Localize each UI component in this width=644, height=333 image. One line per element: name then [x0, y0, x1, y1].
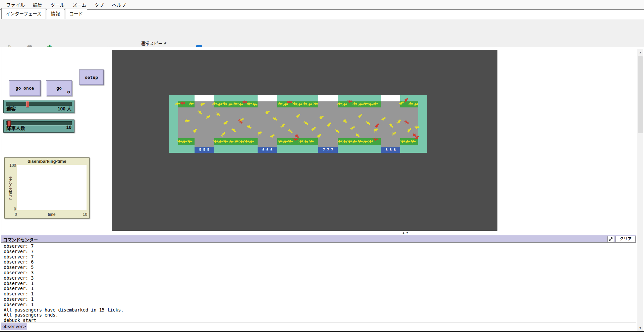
console-line: observer: 7 — [4, 244, 636, 249]
passenger-yellow — [252, 101, 258, 108]
platform-door-number-1: 6 6 6 — [258, 147, 277, 153]
open-door-top-3 — [381, 95, 400, 101]
aisle-bottom-3 — [381, 138, 400, 147]
console-line: debuck start — [4, 318, 636, 323]
window-bottom-border — [0, 331, 644, 332]
platform-door-number-2: 7 7 7 — [318, 147, 338, 153]
passenger-yellow — [312, 101, 318, 107]
scrollbar-thumb[interactable] — [638, 56, 643, 133]
passenger-yellow — [189, 101, 194, 106]
console-line: observer: 3 — [4, 270, 636, 276]
platform-door-number-3: 8 8 8 — [381, 147, 400, 153]
go-once-button[interactable]: go once — [9, 80, 41, 96]
aisle-bottom-2 — [318, 138, 338, 147]
plot-y-max: 100 — [7, 163, 16, 168]
plot-x-max: 10 — [83, 212, 87, 217]
menu-bar: ファイル編集ツールズームタブヘルプ — [0, 0, 644, 9]
scrollbar-up-arrow[interactable]: ▲ — [637, 49, 643, 55]
platform-door-number-0: 5 5 5 — [195, 147, 214, 153]
tab-1[interactable]: 情報 — [47, 8, 64, 19]
console-line: observer: 5 — [4, 265, 636, 270]
console-line: observer: 7 — [4, 249, 636, 254]
aisle-bottom-0 — [195, 138, 214, 147]
console-line: observer: 1 — [4, 286, 636, 291]
console-line: observer: 6 — [4, 259, 636, 265]
plot-y-min: 0 — [7, 207, 16, 211]
plot-title: disembarking-time — [5, 159, 89, 164]
passengers-slider[interactable]: 乗客 100 人 — [3, 100, 74, 113]
plot-x-label: time — [17, 212, 87, 217]
command-center-splitter[interactable]: ▲ ▼ — [402, 231, 409, 234]
forever-loop-icon: ↻ — [67, 89, 70, 95]
go-once-button-label: go once — [16, 86, 34, 91]
command-center-title: コマンドセンター — [3, 236, 38, 243]
vertical-scrollbar[interactable]: ▲ ▼ — [637, 49, 643, 331]
tab-bar: インターフェース情報コード — [0, 10, 644, 19]
command-center: コマンドセンター クリア observer: 7observer: 7obser… — [1, 235, 636, 331]
passengers-slider-value: 100 人 — [58, 105, 71, 112]
observer-prompt-label: observer> — [1, 323, 27, 330]
passenger-yellow — [373, 101, 379, 107]
open-door-top-0 — [195, 95, 214, 101]
open-door-top-2 — [318, 95, 338, 101]
command-input[interactable] — [27, 323, 636, 330]
menu-item-5[interactable]: ヘルプ — [108, 0, 130, 9]
go-button-label: go — [56, 86, 62, 91]
command-center-output: observer: 7observer: 7observer: 7observe… — [1, 243, 636, 323]
tab-0[interactable]: インターフェース — [1, 8, 46, 19]
netlogo-window: ファイル編集ツールズームタブヘルプ インターフェース情報コード ✎ 編集 🗑 削… — [0, 0, 644, 333]
passenger-yellow — [249, 139, 255, 145]
world-view[interactable]: 5 5 56 6 67 7 78 8 8 — [112, 50, 497, 231]
interface-canvas: setup go once go ↻ 乗客 100 人 降車人数 10 dise… — [0, 47, 644, 235]
passenger-red — [180, 100, 185, 106]
console-line: observer: 3 — [4, 276, 636, 281]
alighting-slider-label: 降車人数 — [6, 125, 25, 131]
scrollbar-down-arrow[interactable]: ▼ — [637, 325, 643, 331]
aisle-top-3 — [381, 101, 400, 107]
passenger-yellow — [186, 138, 193, 144]
toolbar: ✎ 編集 🗑 削除 ✚ 追加 abc ボタン ▼ 通常スピード ticks: 0… — [0, 19, 644, 47]
passenger-red — [373, 137, 379, 142]
alighting-count-slider[interactable]: 降車人数 10 — [3, 120, 74, 133]
passenger-yellow — [413, 101, 419, 108]
passenger-yellow — [414, 125, 420, 130]
plot-area — [17, 165, 87, 210]
detach-command-center-button[interactable] — [607, 236, 614, 242]
aisle-top-1 — [258, 101, 277, 107]
menu-item-4[interactable]: タブ — [91, 0, 108, 9]
console-line: observer: 1 — [4, 297, 636, 302]
splitter-down-icon: ▼ — [406, 231, 409, 234]
alighting-slider-value: 10 — [66, 125, 71, 131]
clear-button[interactable]: クリア — [615, 236, 636, 242]
setup-button[interactable]: setup — [79, 69, 104, 85]
splitter-up-icon: ▲ — [402, 231, 405, 234]
aisle-top-2 — [318, 101, 338, 107]
setup-button-label: setup — [85, 75, 98, 80]
aisle-bottom-1 — [258, 138, 277, 147]
tab-2[interactable]: コード — [65, 8, 88, 19]
command-center-header: コマンドセンター クリア — [1, 235, 636, 243]
panel-border — [1, 47, 1, 235]
command-prompt-row: observer> — [1, 323, 636, 330]
train-car: 5 5 56 6 67 7 78 8 8 — [169, 95, 427, 153]
passenger-yellow — [174, 101, 180, 106]
disembarking-time-plot: disembarking-time 100 number-of-re 0 0 t… — [4, 157, 90, 219]
passengers-slider-label: 乗客 — [6, 105, 16, 112]
console-line: observer: 7 — [4, 254, 636, 260]
console-line: observer: 1 — [4, 281, 636, 286]
go-forever-button[interactable]: go ↻ — [46, 80, 72, 96]
passenger-yellow — [308, 138, 314, 144]
console-line: All passengers ends. — [4, 313, 636, 318]
console-line: observer: 1 — [4, 302, 636, 307]
passenger-yellow — [184, 118, 190, 124]
console-line: observer: 1 — [4, 291, 636, 297]
expand-arrows-icon — [609, 237, 613, 241]
speed-slider-label: 通常スピード — [118, 40, 190, 46]
open-door-top-1 — [258, 95, 277, 101]
console-line: All passengers have disembarked in 15 ti… — [4, 307, 636, 313]
plot-y-label: number-of-re — [8, 168, 13, 208]
